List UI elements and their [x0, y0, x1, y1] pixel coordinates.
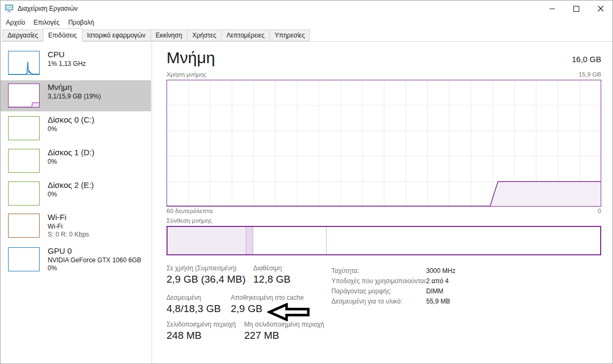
stat-non-paged-pool: Μη σελιδοποιημένη περιοχή 227 MB [244, 321, 324, 342]
sidebar-cpu-stats: 1% 1,13 GHz [48, 60, 149, 68]
sidebar-item-cpu[interactable]: CPU 1% 1,13 GHz [1, 48, 151, 79]
memory-usage-chart [167, 80, 601, 207]
detail-hardware-reserved: Δεσμευμένη για το υλικό: 55,9 MB [331, 297, 456, 307]
tab-details[interactable]: Λεπτομέρειες [221, 29, 270, 41]
sidebar-disk2-stats: 0% [48, 191, 149, 199]
sidebar-memory-title: Μνήμη [48, 82, 149, 93]
tab-bar: Διεργασίες Επιδόσεις Ιστορικό εφαρμογών … [1, 28, 612, 42]
sidebar-item-disk2[interactable]: Δίσκος 2 (E:) 0% [1, 178, 151, 209]
cpu-mini-chart [8, 51, 40, 75]
composition-segment-in-use [168, 227, 246, 254]
total-memory-label: 16,0 GB [572, 55, 601, 64]
sidebar-item-wifi[interactable]: Wi-Fi Wi-Fi S: 0 R: 0 Kbps [1, 210, 151, 245]
sidebar-disk0-title: Δίσκος 0 (C:) [48, 115, 149, 125]
gpu0-mini-chart [8, 247, 40, 271]
close-icon [597, 5, 604, 12]
maximize-button[interactable] [564, 1, 588, 17]
menu-options[interactable]: Επιλογές [29, 17, 64, 28]
wifi-mini-chart [8, 214, 40, 238]
sidebar-item-disk0[interactable]: Δίσκος 0 (C:) 0% [1, 113, 151, 144]
window-controls [540, 1, 612, 17]
memory-panel: Μνήμη 16,0 GB Χρήση μνήμης 15,9 GB 60 δε… [167, 42, 601, 364]
tab-startup[interactable]: Εκκίνηση [150, 29, 187, 41]
title-bar: Διαχείριση Εργασιών [1, 1, 612, 17]
tab-processes[interactable]: Διεργασίες [2, 29, 43, 41]
sidebar-gpu0-name: NVIDIA GeForce GTX 1060 6GB [48, 256, 149, 264]
usage-chart-zero-label: 0 [598, 208, 601, 214]
task-manager-app-icon [5, 4, 14, 13]
menu-view[interactable]: Προβολή [64, 17, 98, 28]
usage-chart-label: Χρήση μνήμης [167, 71, 207, 78]
composition-label: Σύνθεση μνήμης [167, 217, 212, 224]
disk0-mini-chart [8, 116, 40, 140]
sidebar-disk2-title: Δίσκος 2 (E:) [48, 180, 149, 191]
annotation-arrow-icon [267, 303, 311, 321]
minimize-icon [549, 6, 555, 12]
memory-details: Ταχύτητα: 3000 MHz Υποδοχές που χρησιμοπ… [331, 266, 456, 307]
close-button[interactable] [588, 1, 612, 17]
tab-users[interactable]: Χρήστες [187, 29, 222, 41]
memory-mini-chart [8, 84, 40, 108]
sidebar-cpu-title: CPU [48, 49, 149, 60]
sidebar-gpu0-title: GPU 0 [48, 246, 149, 256]
composition-segment-standby [253, 227, 327, 254]
detail-slots-used: Υποδοχές που χρησιμοποιούνται: 2 από 4 [331, 276, 456, 286]
detail-speed: Ταχύτητα: 3000 MHz [331, 266, 456, 276]
sidebar-item-gpu0[interactable]: GPU 0 NVIDIA GeForce GTX 1060 6GB 0% [1, 244, 151, 278]
memory-composition-bar [167, 226, 601, 255]
task-manager-window: Διαχείριση Εργασιών Αρχείο Επιλογές Προβ… [0, 0, 613, 364]
performance-sidebar: CPU 1% 1,13 GHz Μνήμη 3,1/15,9 GB (19%) … [1, 42, 152, 364]
menu-bar: Αρχείο Επιλογές Προβολή [1, 17, 612, 28]
menu-file[interactable]: Αρχείο [2, 17, 29, 28]
sidebar-wifi-name: Wi-Fi [48, 223, 149, 231]
tab-performance[interactable]: Επιδόσεις [43, 28, 82, 42]
sidebar-disk1-stats: 0% [48, 158, 149, 166]
page-title: Μνήμη [167, 49, 215, 67]
usage-chart-max-label: 15,9 GB [579, 71, 601, 78]
sidebar-disk1-title: Δίσκος 1 (D:) [48, 147, 149, 158]
composition-segment-modified [246, 227, 253, 254]
stat-paged-pool: Σελιδοποιημένη περιοχή 248 MB [167, 321, 236, 342]
stat-committed: Δεσμευμένη 4,8/18,3 GB [167, 294, 221, 315]
sidebar-item-disk1[interactable]: Δίσκος 1 (D:) 0% [1, 146, 151, 177]
minimize-button[interactable] [540, 1, 564, 17]
disk1-mini-chart [8, 149, 40, 173]
window-title: Διαχείριση Εργασιών [18, 5, 78, 12]
composition-segment-free [327, 227, 600, 254]
tab-services[interactable]: Υπηρεσίες [269, 29, 310, 41]
sidebar-item-memory[interactable]: Μνήμη 3,1/15,9 GB (19%) [1, 80, 151, 111]
sidebar-memory-stats: 3,1/15,9 GB (19%) [48, 93, 149, 101]
tab-app-history[interactable]: Ιστορικό εφαρμογών [82, 29, 151, 41]
stat-in-use: Σε χρήση (Συμπιεσμένη) 2,9 GB (36,4 MB) [167, 264, 246, 285]
sidebar-disk0-stats: 0% [48, 125, 149, 133]
sidebar-gpu0-stats: 0% [48, 264, 149, 272]
maximize-icon [573, 6, 579, 12]
stat-available: Διαθέσιμη 12,8 GB [253, 264, 291, 285]
detail-form-factor: Παράγοντας μορφής: DIMM [331, 286, 456, 297]
sidebar-wifi-title: Wi-Fi [48, 212, 149, 223]
sidebar-wifi-stats: S: 0 R: 0 Kbps [48, 231, 149, 239]
usage-chart-time-label: 60 δευτερόλεπτα [167, 208, 213, 214]
disk2-mini-chart [8, 181, 40, 206]
